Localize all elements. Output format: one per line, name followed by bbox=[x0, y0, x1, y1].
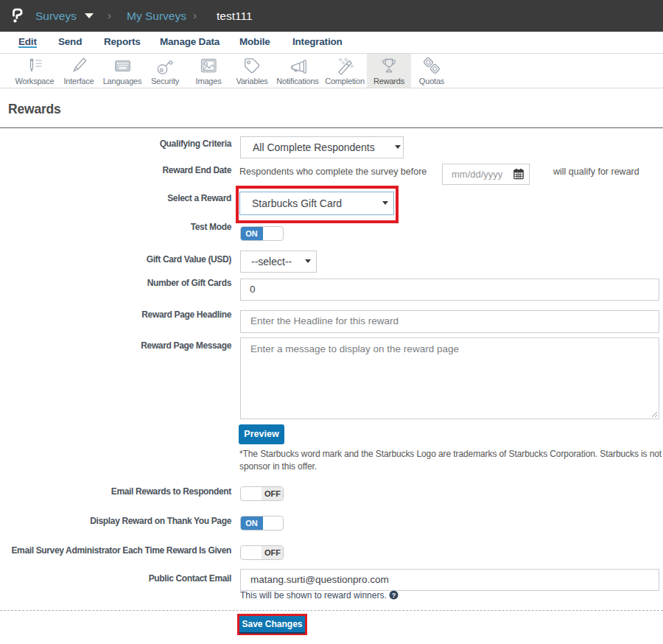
svg-text:?: ? bbox=[392, 592, 396, 599]
